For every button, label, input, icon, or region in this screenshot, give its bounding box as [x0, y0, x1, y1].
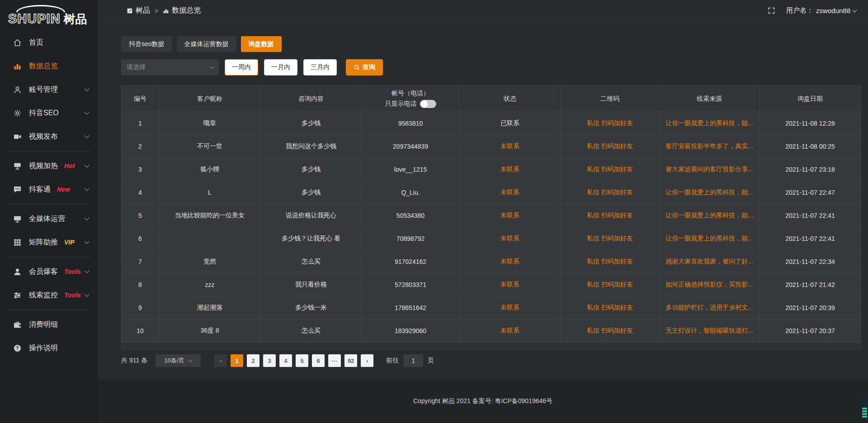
- sidebar-item-douyin-seo[interactable]: 抖音SEO: [0, 101, 98, 125]
- qr-add-friend-link[interactable]: 私信 扫码加好友: [587, 258, 633, 266]
- widget-bar: [862, 410, 867, 412]
- username-value: zswodun88: [816, 7, 850, 14]
- grid-icon: [13, 238, 22, 247]
- sidebar-item-help[interactable]: ? 操作说明: [0, 336, 98, 360]
- qr-add-friend-link[interactable]: 私信 扫码加好友: [587, 165, 633, 174]
- page-ellipsis-button[interactable]: ···: [328, 354, 341, 367]
- cell-account: 50534380: [362, 204, 460, 227]
- cell-nickname: 狐小狸: [159, 158, 261, 181]
- period-quarter-button[interactable]: 三月内: [303, 59, 337, 75]
- column-header-content: 咨询内容: [261, 86, 362, 112]
- sidebar-item-label: 消费明细: [29, 320, 58, 329]
- user-icon: [13, 85, 22, 94]
- qr-add-friend-link[interactable]: 私信 扫码加好友: [587, 142, 633, 150]
- lead-source-link[interactable]: 让你一眼就爱上的黑科技，能...: [665, 119, 753, 127]
- qr-add-friend-link[interactable]: 私信 扫码加好友: [587, 212, 633, 220]
- next-page-button[interactable]: ›: [361, 354, 373, 367]
- menu-divider: [7, 204, 90, 204]
- wallet-icon: [13, 320, 22, 329]
- user-menu[interactable]: 用户名：zswodun88: [786, 6, 856, 15]
- chat-icon: [13, 185, 22, 194]
- lead-source-link[interactable]: 让你一眼就爱上的黑科技，能...: [665, 188, 753, 197]
- page-button-2[interactable]: 2: [247, 354, 259, 367]
- lead-source-link[interactable]: 让你一眼就爱上的黑科技，能...: [665, 235, 753, 243]
- page-button-6[interactable]: 6: [312, 354, 325, 367]
- table-row: 8 zzz 我只看价格 572803371 未联系 私信 扫码加好友 如何正确选…: [122, 273, 861, 296]
- sidebar-item-matrix-boost[interactable]: 矩阵助推 VIP: [0, 230, 98, 254]
- cell-account: love__1215: [362, 158, 460, 181]
- qr-add-friend-link[interactable]: 私信 扫码加好友: [587, 235, 633, 243]
- lead-source-link[interactable]: 感谢大家喜欢我家，被问了好...: [665, 258, 753, 266]
- page-size-select[interactable]: 10条/页: [156, 354, 201, 367]
- cell-status: 未联系: [460, 158, 561, 181]
- sidebar-item-member-burst[interactable]: 会员爆客 Tools: [0, 260, 98, 283]
- goto-page: 前往 页: [386, 354, 434, 367]
- sidebar-item-expense-details[interactable]: 消费明细: [0, 313, 98, 336]
- goto-page-input[interactable]: [403, 354, 423, 367]
- lead-source-link[interactable]: 被大家追着问的客厅投影分享...: [665, 165, 753, 174]
- data-tabs: 抖音seo数据 全媒体运营数据 询盘数据: [121, 36, 861, 52]
- menu-divider: [7, 151, 90, 151]
- page-button-5[interactable]: 5: [296, 354, 308, 367]
- column-header-nickname: 客户昵称: [159, 86, 261, 112]
- cell-content: 多少钱: [261, 158, 362, 181]
- qr-add-friend-link[interactable]: 私信 扫码加好友: [587, 281, 633, 289]
- column-header-date: 询盘日期: [760, 86, 861, 112]
- sidebar-item-data-overview[interactable]: 数据总览: [0, 54, 98, 78]
- lead-source-link[interactable]: 让你一眼就爱上的黑科技，能...: [665, 212, 753, 220]
- cell-id: 6: [122, 227, 159, 250]
- lead-source-link[interactable]: 多功能护栏灯，适用于乡村文...: [665, 304, 753, 312]
- cell-content: 多少钱一米: [261, 296, 362, 320]
- lead-source-link[interactable]: 客厅安装投影半年多了，真实...: [665, 142, 753, 150]
- sidebar-item-account-management[interactable]: 账号管理: [0, 78, 98, 101]
- chevron-down-icon: [84, 86, 89, 91]
- tab-omnimedia-data[interactable]: 全媒体运营数据: [177, 36, 236, 52]
- cell-date: 2021-11-07 22:34: [760, 250, 861, 273]
- fullscreen-icon[interactable]: [768, 7, 775, 14]
- menu-divider: [7, 310, 90, 310]
- floating-widget[interactable]: [861, 398, 868, 419]
- qr-add-friend-link[interactable]: 私信 扫码加好友: [587, 188, 633, 197]
- cell-nickname: zzz: [159, 273, 261, 296]
- lead-source-link[interactable]: 无主灯设计，智能磁吸轨道灯...: [665, 327, 753, 335]
- cell-date: 2021-11-07 22:41: [760, 204, 861, 227]
- sidebar-item-video-publish[interactable]: 视频发布: [0, 125, 98, 148]
- sidebar-item-video-heat[interactable]: 视频加热 Hot: [0, 154, 98, 178]
- lead-source-link[interactable]: 如何正确选择投影仪，买投影...: [665, 281, 753, 289]
- page-button-4[interactable]: 4: [279, 354, 292, 367]
- help-icon: ?: [13, 343, 22, 352]
- sidebar-item-douketong[interactable]: 抖客通 New: [0, 178, 98, 201]
- qr-add-friend-link[interactable]: 私信 扫码加好友: [587, 327, 633, 335]
- cell-id: 10: [122, 320, 159, 343]
- account-header-label: 帐号（电话）: [392, 89, 429, 98]
- breadcrumb-item-shupin[interactable]: 树品: [127, 6, 150, 15]
- prev-page-button[interactable]: ‹: [214, 354, 227, 367]
- sidebar-item-home[interactable]: 首页: [0, 31, 98, 54]
- sidebar: SHUPIN 树品 首页 数据总览 账号管理 抖音SEO: [0, 0, 98, 423]
- sliders-icon: [13, 291, 22, 300]
- page-button-3[interactable]: 3: [263, 354, 276, 367]
- qr-add-friend-link[interactable]: 私信 扫码加好友: [587, 119, 633, 127]
- logo-arc: [16, 5, 65, 12]
- page-button-92[interactable]: 92: [344, 354, 357, 367]
- page-button-1[interactable]: 1: [231, 354, 243, 367]
- qr-add-friend-link[interactable]: 私信 扫码加好友: [587, 304, 633, 312]
- cell-nickname: L: [159, 181, 261, 204]
- period-month-button[interactable]: 一月内: [264, 59, 297, 75]
- phone-only-toggle[interactable]: [420, 100, 436, 108]
- tab-inquiry-data[interactable]: 询盘数据: [241, 36, 282, 52]
- period-week-button[interactable]: 一周内: [225, 59, 258, 75]
- query-button[interactable]: 查询: [346, 59, 383, 75]
- cell-content: 多少钱: [261, 181, 362, 204]
- tools-badge: Tools: [64, 268, 81, 275]
- sidebar-item-lead-monitor[interactable]: 线索监控 Tools: [0, 283, 98, 307]
- breadcrumb-item-data-overview[interactable]: 数据总览: [163, 6, 201, 15]
- tab-douyin-seo-data[interactable]: 抖音seo数据: [121, 36, 172, 52]
- filter-select[interactable]: 请选择: [121, 59, 219, 75]
- column-header-id: 编号: [122, 86, 159, 112]
- sidebar-item-omnimedia-operation[interactable]: 全媒体运营: [0, 207, 98, 230]
- footer: Copyright 树品 2021 备案号: 粤ICP备09019646号: [98, 380, 868, 423]
- cell-content: 说说价格让我死心: [261, 204, 362, 227]
- table-row: 6 多少钱？让我死心 看 70898792 未联系 私信 扫码加好友 让你一眼就…: [122, 227, 861, 250]
- chevron-down-icon: [84, 109, 89, 114]
